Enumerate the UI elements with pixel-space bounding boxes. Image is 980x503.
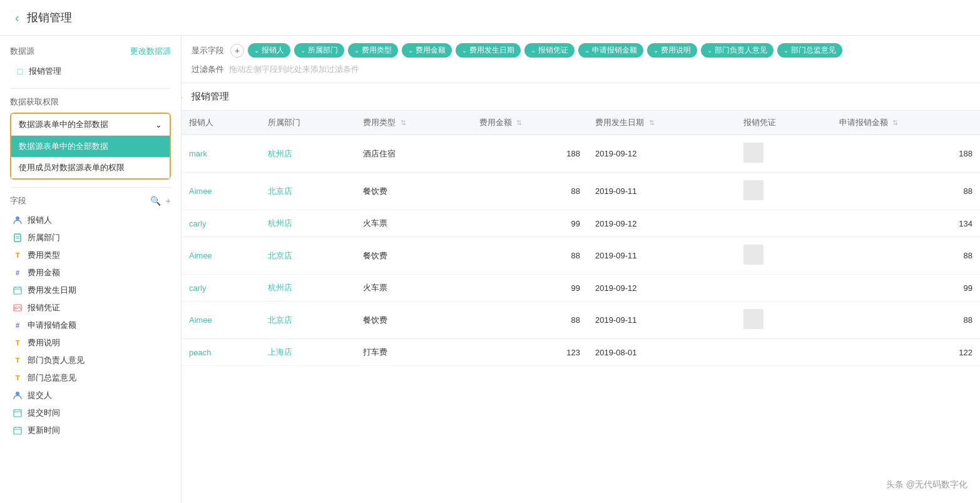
field-label: 提交人 (28, 390, 52, 401)
cell-dept[interactable]: 杭州店 (260, 210, 355, 237)
field-tag-部门总监意见[interactable]: ⌄部门总监意见 (777, 43, 842, 58)
cell-reporter[interactable]: carly (181, 210, 260, 237)
sidebar-divider (10, 88, 171, 89)
field-tag-报销凭证[interactable]: ⌄报销凭证 (524, 43, 574, 58)
table-title: 报销管理 (191, 91, 229, 103)
chevron-icon: ⌄ (531, 47, 536, 54)
back-button[interactable]: ‹ (15, 11, 19, 25)
dropdown-option-1[interactable]: 使用成员对数据源表单的权限 (11, 157, 170, 178)
cell-amount: 99 (472, 210, 588, 237)
field-label: 提交时间 (28, 407, 60, 419)
voucher-thumbnail[interactable] (743, 245, 763, 265)
field-item-费用发生日期: 费用发生日期 (10, 282, 171, 299)
table-header-bar: ← 报销管理 (181, 83, 980, 111)
field-tag-费用发生日期[interactable]: ⌄费用发生日期 (456, 43, 521, 58)
data-table: 报销人 所属部门 费用类型 ⇅ 费用金额 ⇅ 费用发生日期 ⇅ 报销凭证 申请报… (181, 111, 980, 366)
dropdown-option-0[interactable]: 数据源表单中的全部数据 (11, 136, 170, 157)
field-label: 部门负责人意见 (28, 355, 84, 366)
main-content: 显示字段 + ⌄报销人⌄所属部门⌄费用类型⌄费用金额⌄费用发生日期⌄报销凭证⌄申… (181, 36, 980, 503)
voucher-thumbnail[interactable] (743, 143, 763, 163)
cell-dept[interactable]: 杭州店 (260, 135, 355, 173)
cell-voucher (736, 237, 831, 275)
cell-dept[interactable]: 杭州店 (260, 275, 355, 302)
svg-point-10 (16, 392, 19, 395)
field-tag-申请报销金额[interactable]: ⌄申请报销金额 (578, 43, 643, 58)
field-item-更新时间: 更新时间 (10, 422, 171, 439)
cell-reporter[interactable]: carly (181, 275, 260, 302)
hash-field-icon: # (13, 320, 23, 330)
cell-reporter[interactable]: Aimee (181, 173, 260, 210)
doc-field-icon (13, 233, 23, 243)
cell-apply-amount: 88 (832, 237, 980, 275)
text-field-icon: T (13, 355, 23, 365)
col-amount[interactable]: 费用金额 ⇅ (472, 111, 588, 135)
dropdown-selected[interactable]: 数据源表单中的全部数据 ⌄ (11, 114, 170, 135)
hash-field-icon: # (13, 268, 23, 278)
person-field-icon (13, 215, 23, 225)
change-datasource-link[interactable]: 更改数据源 (130, 46, 171, 57)
display-fields-row: 显示字段 + ⌄报销人⌄所属部门⌄费用类型⌄费用金额⌄费用发生日期⌄报销凭证⌄申… (191, 43, 970, 58)
search-icon[interactable]: 🔍 (150, 196, 161, 206)
dropdown-menu: 数据源表单中的全部数据 使用成员对数据源表单的权限 (11, 135, 170, 178)
cell-dept[interactable]: 北京店 (260, 237, 355, 275)
field-label: 费用类型 (28, 250, 60, 261)
field-label: 所属部门 (28, 232, 60, 243)
sort-icon-apply: ⇅ (892, 119, 898, 127)
sort-icon-date: ⇅ (649, 119, 655, 127)
add-field-button[interactable]: + (230, 44, 244, 58)
svg-point-0 (16, 216, 19, 220)
cell-voucher (736, 275, 831, 302)
table-row: Aimee北京店餐饮费882019-09-1188 (181, 173, 980, 210)
datasource-item[interactable]: □ 报销管理 (10, 62, 171, 81)
field-item-费用类型: T费用类型 (10, 246, 171, 264)
chevron-icon: ⌄ (707, 47, 712, 54)
cell-reporter[interactable]: peach (181, 339, 260, 366)
cell-amount: 88 (472, 173, 588, 210)
add-field-icon[interactable]: + (166, 196, 171, 206)
voucher-thumbnail[interactable] (743, 180, 763, 200)
chevron-icon: ⌄ (584, 47, 590, 54)
cell-dept[interactable]: 上海店 (260, 339, 355, 366)
chevron-icon: ⌄ (300, 47, 305, 54)
cell-dept[interactable]: 北京店 (260, 173, 355, 210)
field-tag-费用说明[interactable]: ⌄费用说明 (647, 43, 697, 58)
cell-reporter[interactable]: mark (181, 135, 260, 173)
field-label: 更新时间 (28, 425, 60, 436)
cell-date: 2019-09-11 (588, 302, 736, 339)
cell-reporter[interactable]: Aimee (181, 302, 260, 339)
field-tag-报销人[interactable]: ⌄报销人 (248, 43, 290, 58)
datasource-label: 数据源 (10, 46, 34, 57)
chevron-icon: ⌄ (354, 47, 359, 54)
voucher-thumbnail[interactable] (743, 309, 763, 329)
field-item-所属部门: 所属部门 (10, 229, 171, 246)
date-field-icon (13, 408, 23, 418)
field-tag-部门负责人意见[interactable]: ⌄部门负责人意见 (701, 43, 773, 58)
filter-row: 过滤条件 拖动左侧字段到此处来添加过滤条件 (191, 64, 970, 75)
fields-section-header: 字段 🔍 + (10, 195, 171, 206)
cell-amount: 123 (472, 339, 588, 366)
col-apply-amount[interactable]: 申请报销金额 ⇅ (832, 111, 980, 135)
svg-rect-15 (14, 427, 21, 434)
table-row: carly杭州店火车票992019-09-1299 (181, 275, 980, 302)
cell-reporter[interactable]: Aimee (181, 237, 260, 275)
col-type[interactable]: 费用类型 ⇅ (355, 111, 471, 135)
cell-apply-amount: 88 (832, 302, 980, 339)
cell-date: 2019-09-11 (588, 173, 736, 210)
field-tag-所属部门[interactable]: ⌄所属部门 (294, 43, 344, 58)
person-field-icon (13, 390, 23, 400)
data-access-dropdown[interactable]: 数据源表单中的全部数据 ⌄ 数据源表单中的全部数据 使用成员对数据源表单的权限 (10, 113, 171, 180)
filter-label: 过滤条件 (191, 64, 224, 75)
fields-icons: 🔍 + (150, 196, 171, 206)
cell-dept[interactable]: 北京店 (260, 302, 355, 339)
app-header: ‹ 报销管理 (0, 0, 980, 36)
col-date[interactable]: 费用发生日期 ⇅ (588, 111, 736, 135)
table-body: mark杭州店酒店住宿1882019-09-12188Aimee北京店餐饮费88… (181, 135, 980, 366)
cell-type: 餐饮费 (355, 237, 471, 275)
cell-type: 酒店住宿 (355, 135, 471, 173)
chevron-icon: ⌄ (408, 47, 413, 54)
field-tag-费用类型[interactable]: ⌄费用类型 (348, 43, 398, 58)
field-label: 报销人 (28, 215, 52, 226)
field-tag-费用金额[interactable]: ⌄费用金额 (402, 43, 452, 58)
main-layout: 数据源 更改数据源 □ 报销管理 数据获取权限 数据源表单中的全部数据 ⌄ 数据… (0, 36, 980, 503)
cell-apply-amount: 88 (832, 173, 980, 210)
